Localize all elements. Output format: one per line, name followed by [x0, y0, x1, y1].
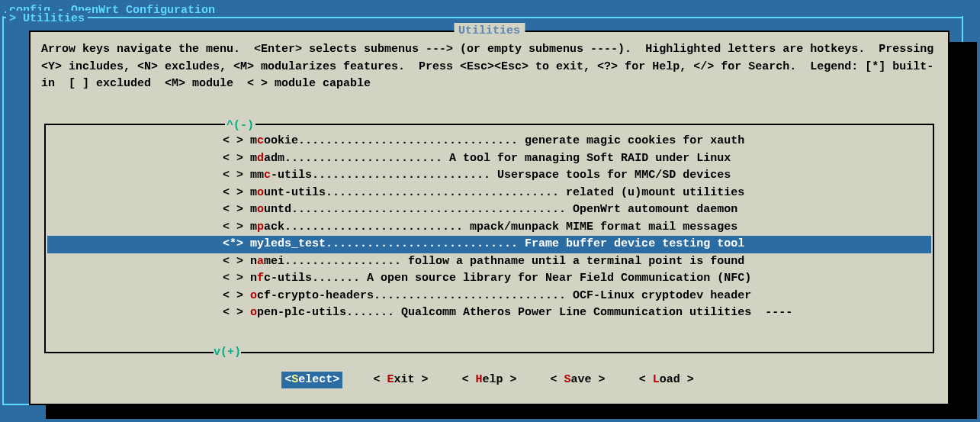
scroll-down-indicator[interactable]: v(+)	[214, 344, 241, 362]
menu-item-hotkey: o	[257, 186, 264, 199]
menu-item-text: c-utils....... A open source library for…	[264, 272, 751, 285]
menu-item-text: pen-plc-utils....... Qualcomm Atheros Po…	[257, 306, 792, 319]
action-button[interactable]: < Load >	[636, 372, 697, 389]
menu-item-mark: < >	[223, 203, 250, 216]
menu-item[interactable]: < > mpack.......................... mpac…	[47, 219, 931, 237]
menu-item-hotkey: o	[257, 203, 264, 216]
button-bracket: >	[680, 373, 694, 386]
help-text: Arrow keys navigate the menu. <Enter> se…	[31, 32, 948, 93]
menu-item-mark: <*>	[223, 237, 250, 250]
menu-item-text: ack.......................... mpack/munp…	[264, 221, 737, 234]
action-button[interactable]: <Select>	[281, 372, 342, 389]
menu-item-hotkey: d	[257, 152, 264, 165]
menu-item-mark: < >	[223, 152, 250, 165]
menu-item-prefix: m	[250, 134, 257, 147]
menu-item[interactable]: <*> myleds_test.........................…	[47, 236, 931, 253]
menu-item[interactable]: < > ocf-crypto-headers..................…	[47, 288, 931, 305]
menu-item-hotkey: e	[271, 237, 278, 250]
menu-item-hotkey: p	[257, 221, 264, 234]
button-label: oad	[660, 373, 680, 386]
action-button[interactable]: < Help >	[458, 372, 519, 389]
utilities-panel: Utilities Arrow keys navigate the menu. …	[29, 31, 949, 405]
menu-item[interactable]: < > namei................. follow a path…	[47, 253, 931, 271]
menu-item-prefix: m	[250, 152, 257, 165]
menu-item-text: ds_test............................ Fram…	[278, 237, 744, 250]
menu-item-prefix: mm	[250, 169, 264, 182]
menu-item-mark: < >	[223, 169, 250, 182]
menu-item-mark: < >	[223, 255, 250, 268]
menu-item[interactable]: < > mdadm....................... A tool …	[47, 150, 931, 168]
button-bracket: <	[284, 373, 291, 386]
menu-item-hotkey: f	[257, 272, 264, 285]
menu-item[interactable]: < > mount-utils.........................…	[47, 185, 931, 202]
menu-item-text: cf-crypto-headers.......................…	[257, 289, 751, 302]
menu-item-hotkey: a	[257, 255, 264, 268]
menu-item-prefix: n	[250, 272, 257, 285]
menu-item-mark: < >	[223, 186, 250, 199]
menu-item[interactable]: < > nfc-utils....... A open source libra…	[47, 270, 931, 288]
menu-item-mark: < >	[223, 306, 250, 319]
menu-item-text: -utils.......................... Userspa…	[271, 169, 731, 182]
panel-title: Utilities	[454, 23, 525, 40]
menu-item-hotkey: o	[250, 289, 257, 302]
menu-item[interactable]: < > mcookie.............................…	[47, 133, 931, 150]
menu-item-text: untd....................................…	[264, 203, 737, 216]
action-button[interactable]: < Save >	[548, 372, 609, 389]
button-bracket: <	[373, 373, 387, 386]
menu-item-text: adm....................... A tool for ma…	[264, 152, 731, 165]
button-label: ave	[571, 373, 592, 386]
menu-item-text: unt-utils...............................…	[264, 186, 744, 199]
menu-item-text: ookie................................ ge…	[264, 134, 744, 147]
menu-item-mark: < >	[223, 221, 250, 234]
button-bracket: >	[592, 373, 606, 386]
button-bracket: >	[503, 373, 517, 386]
menu-list[interactable]: < > mcookie.............................…	[47, 133, 931, 349]
scroll-up-indicator[interactable]: ^(-)	[225, 118, 255, 135]
button-bracket: <	[461, 373, 475, 386]
button-label: xit	[394, 373, 414, 386]
breadcrumb: > Utilities	[6, 11, 88, 28]
button-hotkey: L	[653, 373, 660, 386]
menu-item-text: mei................. follow a pathname u…	[264, 255, 744, 268]
button-hotkey: S	[564, 373, 571, 386]
menu-item-prefix: m	[250, 186, 257, 199]
menu-item-prefix: m	[250, 203, 257, 216]
menu-item-prefix: myl	[250, 237, 271, 250]
button-label: elect	[298, 373, 333, 386]
menu-item[interactable]: < > mountd..............................…	[47, 201, 931, 219]
button-hotkey: S	[291, 373, 298, 386]
menu-item-mark: < >	[223, 272, 250, 285]
button-label: elp	[483, 373, 503, 386]
menu-item[interactable]: < > open-plc-utils....... Qualcomm Ather…	[47, 304, 931, 322]
button-bar: <Select> < Exit > < Help > < Save > < Lo…	[31, 372, 948, 389]
menu-item-mark: < >	[223, 134, 250, 147]
menu-item-mark: < >	[223, 289, 250, 302]
button-bracket: >	[333, 373, 339, 386]
menu-item-hotkey: c	[257, 134, 264, 147]
menu-item[interactable]: < > mmc-utils.......................... …	[47, 167, 931, 185]
menu-item-hotkey: c	[264, 169, 271, 182]
button-hotkey: H	[475, 373, 482, 386]
menu-item-prefix: m	[250, 221, 257, 234]
button-bracket: <	[551, 373, 564, 386]
action-button[interactable]: < Exit >	[370, 372, 431, 389]
button-bracket: >	[414, 373, 428, 386]
button-bracket: <	[639, 373, 653, 386]
menu-item-prefix: n	[250, 255, 257, 268]
menu-item-hotkey: o	[250, 306, 257, 319]
